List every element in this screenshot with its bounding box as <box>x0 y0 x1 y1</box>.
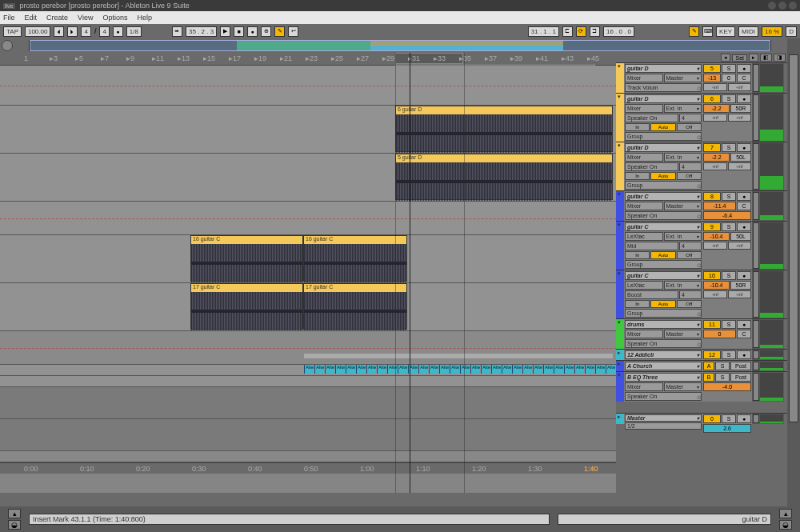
send-value[interactable]: -inf <box>728 162 752 170</box>
clip-title[interactable]: 17 guitar C <box>191 284 302 292</box>
track-lane[interactable] <box>0 331 616 365</box>
solo-button[interactable]: S <box>722 192 736 201</box>
send-a-knob[interactable]: -10.4 <box>703 281 730 290</box>
audio-clip[interactable]: 5 guitar D <box>395 154 613 200</box>
track-delay[interactable] <box>753 414 759 423</box>
channel-select[interactable]: 4 <box>679 242 702 250</box>
drawer-toggle-icon[interactable]: ◒ <box>779 520 792 530</box>
send-b[interactable]: 0 <box>722 74 736 82</box>
play-button[interactable]: ▶ <box>220 26 230 37</box>
track-delay[interactable] <box>753 271 759 318</box>
midi-clip[interactable]: Alte <box>481 365 490 374</box>
solo-button[interactable]: S <box>715 362 730 370</box>
vertical-scrollbar[interactable] <box>787 38 800 506</box>
follow-button[interactable]: ➠ <box>172 26 182 37</box>
midi-clip[interactable]: Alte <box>470 365 480 374</box>
device-toggle-icon[interactable]: ⊙ <box>697 183 702 190</box>
device-toggle-icon[interactable]: ⊙ <box>697 134 702 141</box>
track-activator[interactable]: 12 <box>703 350 721 359</box>
track-lane[interactable] <box>0 202 616 235</box>
track-activator[interactable]: 6 <box>703 94 721 103</box>
channel-select[interactable]: 4 <box>679 114 702 122</box>
track-delay[interactable] <box>753 222 759 269</box>
send-value[interactable]: -inf <box>703 162 727 170</box>
midi-clip[interactable]: Alte <box>429 365 438 374</box>
tap-tempo-button[interactable]: TAP <box>3 26 22 37</box>
track-activator[interactable]: 11 <box>703 320 721 329</box>
solo-button[interactable]: S <box>722 320 736 329</box>
loop-button[interactable]: ⟳ <box>576 26 586 37</box>
live-view-toggle[interactable] <box>2 40 13 51</box>
group-select[interactable]: Group <box>625 132 702 141</box>
routing-select[interactable]: Ext. In▾ <box>664 153 702 162</box>
arm-button[interactable]: ● <box>737 414 751 423</box>
track-activator[interactable]: A <box>703 362 714 370</box>
mixer-select[interactable]: Mixer <box>625 330 663 338</box>
pan-knob[interactable]: 50L <box>730 232 751 241</box>
arrow-up-icon[interactable]: ▴ <box>8 509 21 518</box>
menu-view[interactable]: View <box>78 14 93 22</box>
fold-track-button[interactable]: ▾ <box>616 372 622 378</box>
send-a-knob[interactable]: 0 <box>703 330 736 338</box>
toggle-a[interactable]: ◧ <box>760 54 772 62</box>
track-delay[interactable] <box>753 192 759 220</box>
clip-title[interactable]: 16 guitar C <box>191 236 302 244</box>
midi-clip[interactable]: Alte <box>439 365 449 374</box>
monitor-in-button[interactable]: In <box>625 251 650 259</box>
audio-clip[interactable]: 17 guitar C <box>303 283 407 330</box>
monitor-auto-button[interactable]: Auto <box>650 172 675 180</box>
monitor-in-button[interactable]: In <box>625 172 650 180</box>
maximize-button[interactable] <box>778 2 786 10</box>
solo-button[interactable]: S <box>722 222 736 231</box>
track-lane[interactable] <box>0 376 616 387</box>
send-a-knob[interactable]: -2.2 <box>703 153 730 162</box>
track-lane[interactable] <box>0 387 616 419</box>
send-value[interactable]: -inf <box>703 290 727 298</box>
midi-map-button[interactable]: MIDI <box>738 26 758 37</box>
send-value[interactable]: -inf <box>703 242 727 250</box>
post-button[interactable]: Post <box>730 362 751 370</box>
track-activator[interactable]: 9 <box>703 222 721 231</box>
routing-select[interactable]: Master▾ <box>664 382 702 391</box>
midi-clip[interactable]: Alte <box>346 365 355 374</box>
monitor-auto-button[interactable]: Auto <box>650 123 675 131</box>
track-lane[interactable]: 16 guitar C 16 guitar C <box>0 235 616 283</box>
arm-button[interactable]: ● <box>737 320 751 329</box>
send-a-knob[interactable]: 2.6 <box>703 424 751 433</box>
routing-select[interactable]: Master▾ <box>664 74 702 82</box>
fold-track-button[interactable]: ▸ <box>616 361 622 367</box>
pan-knob[interactable]: 50L <box>730 153 751 162</box>
track-name-field[interactable]: A Church▾ <box>625 362 702 370</box>
track-delay[interactable] <box>753 373 759 401</box>
monitor-in-button[interactable]: In <box>625 300 650 308</box>
arrangement-overview[interactable] <box>29 40 771 51</box>
audio-clip[interactable]: 17 guitar C <box>190 283 303 330</box>
fold-track-button[interactable]: ▾ <box>616 270 622 277</box>
mixer-select[interactable]: Mixer <box>625 153 663 162</box>
mixer-select[interactable]: Mixer <box>625 104 663 113</box>
device-toggle-icon[interactable]: ⊙ <box>697 262 702 269</box>
monitor-select[interactable]: Speaker On <box>625 162 678 171</box>
monitor-off-button[interactable]: Off <box>677 251 702 259</box>
device-toggle-icon[interactable]: ⊙ <box>697 342 702 348</box>
track-activator[interactable]: B <box>703 373 714 382</box>
tempo-field[interactable]: 100.00 <box>25 26 50 37</box>
midi-clip[interactable]: Alte <box>460 365 470 374</box>
track-lane[interactable]: 17 guitar C 17 guitar C <box>0 283 616 331</box>
monitor-in-button[interactable]: In <box>625 123 650 131</box>
track-name-field[interactable]: guitar C▾ <box>625 222 702 231</box>
track-name-field[interactable]: guitar D▾ <box>625 94 702 103</box>
fold-track-button[interactable]: ▾ <box>616 142 622 149</box>
midi-clip[interactable]: Alte <box>491 365 501 374</box>
mixer-select[interactable]: Mixer <box>625 382 663 391</box>
channel-select[interactable]: 4 <box>679 162 702 171</box>
track-name-field[interactable]: 12 Addicti▾ <box>625 350 702 359</box>
midi-clip[interactable]: Alte <box>450 365 459 374</box>
solo-button[interactable]: S <box>715 373 730 382</box>
device-toggle-icon[interactable]: ⊙ <box>697 86 702 92</box>
arm-button[interactable]: ● <box>737 64 751 73</box>
fold-track-button[interactable]: ▾ <box>616 222 622 228</box>
midi-clip[interactable]: Alte <box>595 365 605 374</box>
send-value[interactable]: -inf <box>728 290 752 298</box>
audio-clip[interactable]: 16 guitar C <box>190 235 303 282</box>
